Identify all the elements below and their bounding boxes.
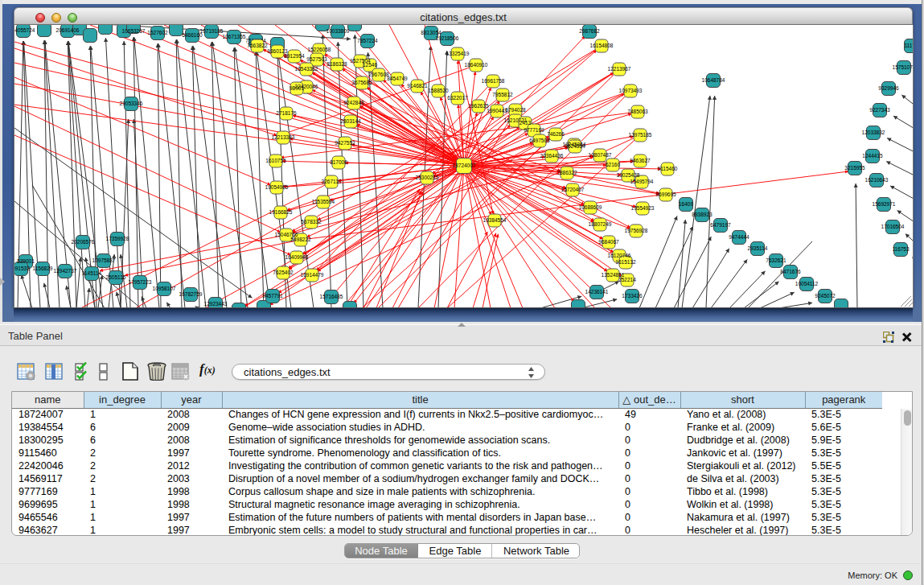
svg-text:15495794: 15495794: [630, 179, 654, 184]
svg-text:6479197: 6479197: [710, 222, 731, 228]
svg-text:817006: 817006: [330, 159, 347, 165]
svg-text:19054985: 19054985: [265, 184, 289, 190]
svg-text:8912954: 8912954: [284, 53, 305, 59]
svg-text:9527503: 9527503: [306, 56, 327, 62]
svg-text:116753: 116753: [892, 246, 910, 252]
svg-text:16120746: 16120746: [608, 253, 631, 258]
svg-text:9474444: 9474444: [729, 234, 749, 240]
svg-text:2803144: 2803144: [340, 118, 361, 124]
svg-text:1588520: 1588520: [428, 88, 449, 93]
svg-text:5498222: 5498222: [290, 237, 311, 242]
svg-text:18807249: 18807249: [589, 221, 612, 227]
svg-text:10975887: 10975887: [92, 257, 116, 263]
svg-text:9684067: 9684067: [598, 239, 619, 245]
svg-text:10807487: 10807487: [589, 152, 612, 158]
svg-text:7632621: 7632621: [766, 257, 786, 263]
svg-text:17957223: 17957223: [129, 279, 152, 285]
svg-text:2967608: 2967608: [368, 72, 389, 77]
svg-text:15751074: 15751074: [893, 64, 913, 70]
svg-text:1615132: 1615132: [615, 259, 636, 265]
svg-text:1145114: 1145114: [82, 270, 102, 276]
svg-text:7625402: 7625402: [273, 270, 294, 275]
svg-text:13975185: 13975185: [629, 132, 652, 138]
svg-text:11535594: 11535594: [312, 199, 335, 204]
svg-text:8938923: 8938923: [692, 212, 713, 217]
svg-text:9146821: 9146821: [407, 83, 428, 89]
svg-text:12213383: 12213383: [272, 134, 295, 140]
svg-text:19756928: 19756928: [625, 228, 648, 233]
svg-text:29053346: 29053346: [120, 101, 143, 106]
svg-text:8813054: 8813054: [421, 30, 441, 35]
svg-text:12033832: 12033832: [862, 130, 885, 135]
svg-text:6322017: 6322017: [447, 95, 468, 101]
svg-text:9245072: 9245072: [815, 293, 836, 299]
svg-text:18724007: 18724007: [453, 163, 476, 168]
svg-text:62160: 62160: [606, 162, 620, 167]
svg-text:9427552: 9427552: [335, 140, 355, 146]
svg-text:19554923: 19554923: [631, 205, 655, 211]
svg-text:15226058: 15226058: [308, 47, 331, 52]
svg-text:13325419: 13325419: [446, 51, 470, 56]
svg-text:8471676: 8471676: [780, 269, 801, 274]
svg-text:19384554: 19384554: [483, 217, 507, 223]
svg-text:16409948: 16409948: [285, 254, 309, 260]
svg-text:539001: 539001: [17, 258, 35, 264]
svg-text:15692971: 15692971: [873, 201, 896, 207]
svg-text:10688609: 10688609: [579, 204, 602, 210]
svg-text:1962635: 1962635: [468, 103, 489, 109]
svg-text:16914479: 16914479: [301, 272, 324, 278]
svg-text:1990443: 1990443: [487, 108, 507, 113]
svg-text:17016504: 17016504: [881, 224, 905, 229]
svg-text:9115460: 9115460: [658, 166, 678, 171]
svg-text:9463627: 9463627: [630, 158, 651, 163]
svg-text:16782759: 16782759: [179, 291, 203, 297]
svg-text:3215955: 3215955: [844, 165, 865, 171]
svg-text:9777169: 9777169: [524, 127, 544, 133]
svg-text:2718176: 2718176: [276, 110, 297, 116]
svg-text:10025438: 10025438: [617, 172, 640, 178]
svg-text:3675685: 3675685: [351, 80, 372, 85]
svg-text:9699695: 9699695: [655, 192, 676, 197]
svg-text:1156829: 1156829: [33, 266, 53, 271]
svg-text:746266: 746266: [547, 131, 565, 137]
svg-text:10054112: 10054112: [795, 281, 819, 286]
svg-text:14055724: 14055724: [14, 27, 35, 33]
svg-text:19166825: 19166825: [269, 209, 293, 215]
svg-text:8454749: 8454749: [387, 76, 408, 81]
svg-text:10973493: 10973493: [619, 88, 643, 93]
svg-text:7857224: 7857224: [357, 38, 378, 43]
svg-text:16154808: 16154808: [590, 43, 614, 48]
svg-text:7485063: 7485063: [627, 109, 648, 114]
svg-text:10648784: 10648784: [702, 77, 725, 83]
svg-text:9457791: 9457791: [262, 293, 283, 299]
svg-text:3624554: 3624554: [565, 143, 585, 149]
svg-text:2987682: 2987682: [579, 28, 600, 34]
svg-text:20364436: 20364436: [540, 153, 564, 159]
svg-text:15720407: 15720407: [561, 187, 585, 192]
svg-text:7955812: 7955812: [492, 92, 513, 97]
svg-text:98901: 98901: [290, 85, 304, 91]
svg-text:14236141: 14236141: [585, 289, 609, 295]
svg-text:2413: 2413: [519, 120, 532, 126]
svg-text:20206576: 20206576: [72, 239, 95, 245]
svg-text:10958107: 10958107: [153, 286, 176, 291]
svg-text:1527602: 1527602: [147, 30, 168, 35]
svg-text:6497508: 6497508: [529, 138, 550, 143]
svg-text:10671355: 10671355: [223, 34, 246, 39]
svg-text:16210643: 16210643: [865, 177, 889, 183]
svg-text:7886322: 7886322: [556, 170, 577, 175]
svg-text:3267110: 3267110: [322, 179, 342, 184]
svg-text:18640910: 18640910: [465, 62, 488, 68]
svg-text:12546: 12546: [363, 62, 377, 68]
svg-text:11175: 11175: [904, 43, 913, 48]
svg-text:20691406: 20691406: [56, 27, 80, 33]
svg-text:12213967: 12213967: [608, 66, 631, 72]
svg-text:10719185: 10719185: [200, 28, 224, 34]
svg-text:12923443: 12923443: [204, 301, 228, 307]
svg-text:2505115: 2505115: [106, 274, 126, 280]
svg-text:10033809: 10033809: [326, 28, 350, 34]
svg-text:7563822: 7563822: [247, 43, 268, 48]
svg-text:12942737: 12942737: [54, 268, 77, 274]
svg-text:252214: 252214: [618, 277, 636, 282]
svg-text:19218506: 19218506: [436, 35, 459, 41]
